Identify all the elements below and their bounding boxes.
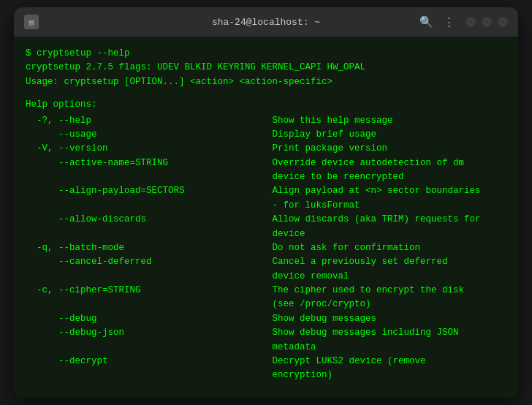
option-desc: Override device autodetection of dmdevic… [272,156,506,185]
option-desc: Allow discards (aka TRIM) requests forde… [272,213,506,241]
prompt-line: $ cryptsetup --help [26,47,506,61]
option-flag: -c, --cipher=STRING [26,284,272,312]
minimize-button[interactable] [466,17,476,27]
maximize-button[interactable] [482,17,492,27]
titlebar: ▤ sha-24@localhost: ~ 🔍 ⋮ [14,7,518,37]
window-title: sha-24@localhost: ~ [212,17,320,28]
help-row: --decrypt Decrypt LUKS2 device (removeen… [26,355,506,383]
titlebar-left: ▤ [24,15,39,29]
option-flag: --allow-discards [26,213,272,241]
option-desc: The cipher used to encrypt the disk(see … [272,284,506,312]
option-flag: --cancel-deferred [26,255,272,284]
close-button[interactable] [498,17,508,27]
help-row: --active-name=STRING Override device aut… [26,156,506,185]
option-flag: -V, --version [26,142,272,156]
help-row: --align-payload=SECTORS Align payload at… [26,184,506,213]
option-desc: Do not ask for confirmation [272,241,506,255]
help-row: --allow-discards Allow discards (aka TRI… [26,213,506,241]
option-flag: -q, --batch-mode [26,241,272,255]
help-row: -q, --batch-mode Do not ask for confirma… [26,241,506,255]
terminal-body: $ cryptsetup --help cryptsetup 2.7.5 fla… [14,37,518,398]
option-flag: --align-payload=SECTORS [26,184,272,213]
titlebar-actions: 🔍 ⋮ [419,15,508,29]
window-controls [466,17,508,27]
help-row: -?, --help Show this help message [26,114,506,128]
option-flag: --decrypt [26,355,272,383]
help-row: --debug Show debug messages [26,312,506,326]
option-flag: --debug [26,312,272,326]
help-options-table: -?, --help Show this help message --usag… [26,114,506,383]
option-desc: Decrypt LUKS2 device (removeencryption) [272,355,506,383]
option-flag: --debug-json [26,326,272,355]
option-flag: --usage [26,128,272,142]
option-desc: Print package version [272,142,506,156]
option-desc: Display brief usage [272,128,506,142]
help-row: -c, --cipher=STRING The cipher used to e… [26,284,506,312]
help-row: -V, --version Print package version [26,142,506,156]
help-row: --debug-json Show debug messages includi… [26,326,506,355]
option-desc: Show debug messages including JSONmetada… [272,326,506,355]
usage-line: Usage: cryptsetup [OPTION...] <action> <… [26,75,506,89]
option-desc: Show debug messages [272,312,506,326]
version-line: cryptsetup 2.7.5 flags: UDEV BLKID KEYRI… [26,61,506,75]
help-row: --cancel-deferred Cancel a previously se… [26,255,506,284]
option-flag: -?, --help [26,114,272,128]
option-desc: Align payload at <n> sector boundaries- … [272,184,506,213]
menu-icon[interactable]: ⋮ [444,15,455,29]
search-icon[interactable]: 🔍 [419,15,433,29]
option-desc: Cancel a previously set deferreddevice r… [272,255,506,284]
option-flag: --active-name=STRING [26,156,272,185]
terminal-window: ▤ sha-24@localhost: ~ 🔍 ⋮ $ cryptsetup -… [14,7,518,398]
help-row: --usage Display brief usage [26,128,506,142]
option-desc: Show this help message [272,114,506,128]
terminal-icon: ▤ [24,15,39,29]
help-options-header: Help options: [26,98,506,112]
